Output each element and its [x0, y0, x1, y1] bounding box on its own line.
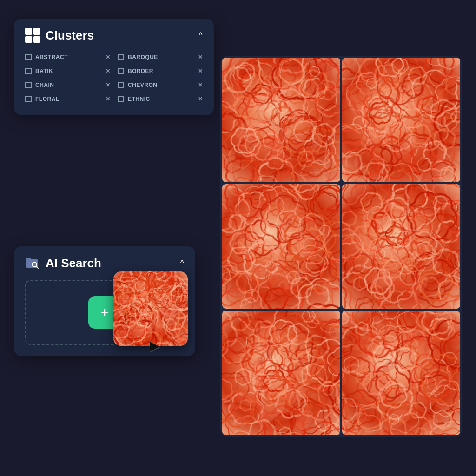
- grid-cell-4[interactable]: [342, 184, 460, 309]
- cluster-item-floral: FLORAL ✕: [25, 94, 110, 104]
- clusters-header: Clusters ^: [25, 28, 203, 43]
- clusters-title: Clusters: [46, 28, 199, 43]
- cluster-item-baroque: BAROQUE ✕: [118, 52, 203, 62]
- ai-search-header: AI Search ^: [25, 256, 184, 271]
- cluster-remove-floral[interactable]: ✕: [106, 96, 110, 102]
- cluster-remove-batik[interactable]: ✕: [106, 68, 110, 74]
- cluster-label-baroque: BAROQUE: [128, 54, 194, 60]
- cluster-checkbox-chevron[interactable]: [118, 82, 124, 88]
- cluster-remove-chain[interactable]: ✕: [106, 82, 110, 88]
- cluster-remove-abstract[interactable]: ✕: [106, 54, 110, 60]
- cluster-label-ethnic: ETHNIC: [128, 96, 194, 102]
- ai-search-title: AI Search: [46, 256, 180, 271]
- cluster-checkbox-ethnic[interactable]: [118, 96, 124, 102]
- grid-cell-5[interactable]: [222, 311, 340, 435]
- clusters-collapse-button[interactable]: ^: [199, 31, 203, 40]
- cluster-checkbox-abstract[interactable]: [25, 54, 32, 60]
- cluster-label-batik: BATIK: [35, 68, 102, 74]
- cluster-remove-baroque[interactable]: ✕: [198, 54, 203, 60]
- cluster-item-chain: CHAIN ✕: [25, 80, 110, 90]
- cluster-label-chevron: CHEVRON: [128, 82, 194, 88]
- cluster-checkbox-floral[interactable]: [25, 96, 32, 102]
- clusters-panel: Clusters ^ ABSTRACT ✕ BAROQUE ✕ BATIK ✕ …: [14, 19, 214, 115]
- grid-cell-2[interactable]: [342, 58, 460, 182]
- ai-search-drop-zone[interactable]: + ▶: [25, 280, 184, 345]
- cluster-label-border: BORDER: [128, 68, 194, 74]
- grid-cell-1[interactable]: [222, 58, 340, 182]
- cluster-item-chevron: CHEVRON ✕: [118, 80, 203, 90]
- clusters-grid: ABSTRACT ✕ BAROQUE ✕ BATIK ✕ BORDER ✕ CH…: [25, 52, 203, 104]
- ai-search-preview-image: [113, 271, 188, 346]
- cursor-arrow-icon: ▶: [150, 338, 160, 353]
- cluster-checkbox-batik[interactable]: [25, 68, 32, 74]
- cluster-checkbox-chain[interactable]: [25, 82, 32, 88]
- cluster-remove-chevron[interactable]: ✕: [198, 82, 203, 88]
- ai-search-collapse-button[interactable]: ^: [180, 258, 184, 268]
- grid-icon: [25, 28, 40, 43]
- cluster-label-floral: FLORAL: [35, 96, 102, 102]
- ai-search-panel: AI Search ^ + ▶: [14, 246, 195, 356]
- grid-cell-3[interactable]: [222, 184, 340, 309]
- image-grid-panel: [220, 56, 462, 437]
- grid-cell-6[interactable]: [342, 311, 460, 435]
- cluster-item-batik: BATIK ✕: [25, 66, 110, 76]
- cluster-remove-border[interactable]: ✕: [198, 68, 203, 74]
- cluster-checkbox-border[interactable]: [118, 68, 124, 74]
- cluster-item-border: BORDER ✕: [118, 66, 203, 76]
- svg-rect-1: [26, 258, 31, 260]
- cluster-checkbox-baroque[interactable]: [118, 54, 124, 60]
- cluster-remove-ethnic[interactable]: ✕: [198, 96, 203, 102]
- cluster-item-abstract: ABSTRACT ✕: [25, 52, 110, 62]
- cluster-label-abstract: ABSTRACT: [35, 54, 102, 60]
- cluster-item-ethnic: ETHNIC ✕: [118, 94, 203, 104]
- cluster-label-chain: CHAIN: [35, 82, 102, 88]
- folder-search-icon: [25, 256, 40, 271]
